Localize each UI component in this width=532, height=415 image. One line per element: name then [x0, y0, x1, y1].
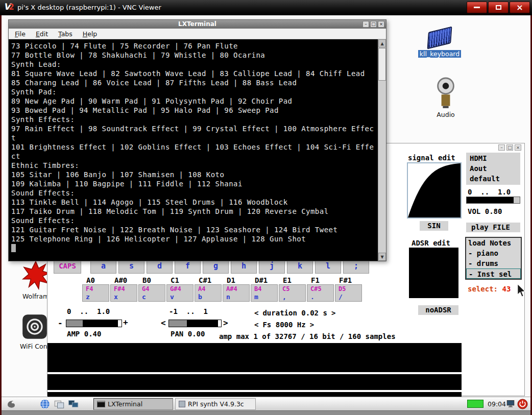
dual-monitor-icon[interactable]: [68, 399, 79, 409]
vnc-close-button[interactable]: ×: [510, 2, 530, 13]
load-notes-list[interactable]: load Notes - piano - drums - Inst sel: [465, 237, 522, 280]
desktop-icon-kll-keyboard[interactable]: kll_keyboard: [412, 30, 468, 58]
app-menu-icon[interactable]: [6, 399, 17, 409]
output-hdmi[interactable]: HDMI: [470, 153, 520, 163]
desktop-icon-audio[interactable]: Audio: [428, 77, 464, 118]
amp-max-status: amp max 1 of 32767 / 16 bit / 160 sample…: [219, 332, 396, 340]
vnc-logo-icon: V2: [4, 2, 14, 12]
adsr-edit-canvas[interactable]: [409, 248, 458, 298]
note-keycap[interactable]: F#4 x: [110, 284, 137, 302]
maximize-icon: [496, 5, 501, 10]
terminal-output[interactable]: 73 Piccolo | 74 Flute | 75 Recorder | 76…: [9, 39, 378, 261]
fs-label: Fs 8000 Hz: [262, 321, 305, 329]
fs-increase-button[interactable]: >: [310, 321, 314, 329]
terminal-titlebar[interactable]: LXTerminal – □ ×: [9, 20, 386, 29]
note-key-cell[interactable]: E1 C5 ,: [279, 276, 306, 303]
wifi-config-icon: [21, 313, 48, 340]
duration-increase-button[interactable]: >: [331, 309, 335, 317]
taskbar-task-rpi-synth[interactable]: RPI synth V4.9.3c: [175, 398, 256, 410]
vnc-titlebar[interactable]: V2 pi's X desktop (raspberrypi:1) - VNC …: [0, 0, 532, 15]
note-key-cell[interactable]: D1 A#4 n: [223, 276, 250, 303]
waveform-display-middle: [47, 374, 462, 390]
output-device-box[interactable]: HDMI Aout default: [466, 153, 520, 185]
note-key-cell[interactable]: D#1 B4 m: [251, 276, 278, 303]
menu-file[interactable]: File: [11, 29, 30, 39]
note-keycap[interactable]: B4 m: [251, 284, 278, 302]
note-keycap[interactable]: A#4 n: [223, 284, 250, 302]
terminal-minimize-button[interactable]: –: [362, 21, 369, 28]
amp-decrease-button[interactable]: -: [58, 319, 63, 327]
menu-help[interactable]: Help: [79, 29, 102, 39]
file-manager-icon[interactable]: [54, 399, 65, 409]
pan-right-button[interactable]: >: [223, 319, 228, 327]
vnc-minimize-button[interactable]: [467, 2, 487, 13]
shutdown-button[interactable]: [517, 399, 528, 409]
note-keycap[interactable]: C5 ,: [279, 284, 306, 302]
terminal-maximize-button[interactable]: □: [370, 21, 377, 28]
note-key-cell[interactable]: C#1 A4 b: [195, 276, 222, 303]
synth-close-button[interactable]: ×: [515, 144, 521, 151]
scrollbar-thumb[interactable]: [378, 48, 386, 81]
amp-increase-button[interactable]: +: [123, 319, 128, 326]
note-name: A0: [82, 276, 109, 284]
note-keycap[interactable]: F4 z: [82, 284, 109, 302]
vnc-window-title: pi's X desktop (raspberrypi:1) - VNC Vie…: [17, 4, 161, 11]
note-key-cell[interactable]: A0 F4 z: [82, 276, 109, 303]
signal-edit-canvas[interactable]: [407, 162, 462, 218]
terminal-line: 105 Sitar | 106 Banjo | 107 Shamisen | 1…: [11, 170, 378, 179]
signal-edit-label: signal edit: [408, 154, 455, 162]
list-item-drums[interactable]: - drums: [466, 258, 521, 268]
pan-slider[interactable]: [168, 320, 222, 327]
duration-decrease-button[interactable]: <: [254, 309, 258, 317]
menu-tabs[interactable]: Tabs: [54, 29, 77, 39]
vnc-maximize-button[interactable]: [488, 2, 509, 13]
note-keycap[interactable]: A4 b: [195, 284, 222, 302]
note-key-letter: v: [170, 293, 193, 301]
icon-label: kll_keyboard: [418, 50, 461, 58]
output-default[interactable]: default: [470, 174, 520, 184]
terminal-close-button[interactable]: ×: [378, 21, 384, 28]
terminal-line: 125 Telephone Ring | 126 Helicopter | 12…: [11, 234, 378, 243]
scroll-up-icon[interactable]: ▲: [378, 39, 386, 47]
note-keycap[interactable]: D5 /: [335, 284, 362, 302]
vnc-window-bottom-frame: [2, 410, 530, 415]
note-key-cell[interactable]: C1 G#4 v: [166, 276, 194, 303]
note-keycap[interactable]: G4 c: [138, 284, 165, 302]
vnc-logo-2: 2: [9, 3, 14, 12]
close-icon: ×: [516, 4, 523, 12]
note-key-letter: z: [86, 293, 109, 301]
terminal-menubar: File Edit Tabs Help: [9, 29, 386, 39]
terminal-line: Ethnic Timbres:: [11, 161, 378, 170]
volume-slider[interactable]: [466, 197, 520, 204]
list-item-load-notes[interactable]: load Notes: [466, 238, 521, 248]
terminal-line: 85 Charang Lead | 86 Voice Lead | 87 Fif…: [11, 78, 378, 87]
terminal-cursor: [11, 244, 16, 252]
note-key-cell[interactable]: B0 G4 c: [138, 276, 165, 303]
note-keycap[interactable]: G#4 v: [166, 284, 194, 302]
sin-button[interactable]: SIN: [420, 221, 448, 231]
pan-left-button[interactable]: <: [161, 319, 166, 327]
play-file-button[interactable]: play FILE: [466, 223, 520, 232]
note-key-cell[interactable]: F#1 D5 /: [335, 276, 362, 303]
web-browser-icon[interactable]: [39, 399, 51, 409]
display-tray-icon[interactable]: [506, 399, 515, 408]
cpu-monitor[interactable]: [467, 400, 483, 408]
menu-edit[interactable]: Edit: [32, 29, 52, 39]
list-item-inst-sel[interactable]: - Inst sel: [466, 268, 521, 279]
amp-slider[interactable]: [66, 320, 122, 327]
volume-scale-label: 0 .. 1.0: [468, 188, 511, 196]
taskbar-clock[interactable]: 09:04: [488, 400, 506, 408]
terminal-scrollbar[interactable]: ▲ ▼: [378, 39, 386, 261]
synth-minimize-button[interactable]: –: [498, 144, 505, 151]
note-keycap[interactable]: C#5 .: [307, 284, 334, 302]
note-key-cell[interactable]: F1 C#5 .: [307, 276, 334, 303]
note-key-cell[interactable]: A#0 F#4 x: [110, 276, 137, 303]
signal-waveform-icon: [408, 163, 461, 217]
fs-decrease-button[interactable]: <: [254, 321, 258, 329]
synth-maximize-button[interactable]: □: [506, 144, 513, 151]
taskbar-task-lxterminal[interactable]: LXTerminal: [93, 398, 173, 410]
scroll-down-icon[interactable]: ▼: [378, 253, 386, 261]
noadsr-button[interactable]: noADSR: [418, 305, 458, 315]
output-aout[interactable]: Aout: [470, 163, 520, 174]
list-item-piano[interactable]: - piano: [466, 248, 521, 258]
